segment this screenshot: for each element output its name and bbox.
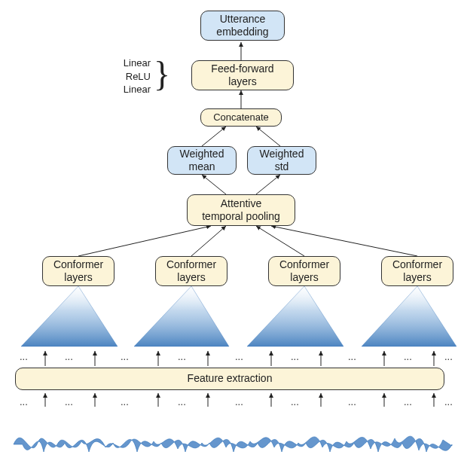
- feed-forward-label: Feed-forward layers: [211, 63, 273, 89]
- diagram-canvas: { "top": { "utterance_embedding": "Utter…: [0, 0, 461, 476]
- feature-extraction-box: Feature extraction: [15, 368, 444, 390]
- conformer-box-3: Conformer layers: [268, 256, 340, 286]
- dots-fe-0: ...: [20, 351, 28, 362]
- conformer-label-3: Conformer layers: [279, 258, 329, 285]
- svg-line-24: [202, 175, 226, 194]
- conformer-label-4: Conformer layers: [392, 258, 442, 285]
- conformer-label-1: Conformer layers: [53, 258, 103, 285]
- dots-wv-2: ...: [121, 396, 129, 407]
- svg-marker-3: [362, 286, 456, 346]
- svg-line-27: [256, 127, 280, 146]
- side-relu: ReLU: [114, 70, 151, 84]
- svg-line-26: [202, 127, 226, 146]
- dots-fe-1: ...: [65, 351, 73, 362]
- side-linear-1: Linear: [114, 56, 151, 70]
- utterance-embedding-box: Utterance embedding: [200, 11, 285, 41]
- svg-marker-1: [134, 286, 229, 346]
- feature-extraction-label: Feature extraction: [188, 372, 273, 386]
- pool-to-stats: [202, 175, 280, 194]
- svg-line-23: [271, 226, 417, 256]
- dots-wv-5: ...: [291, 396, 299, 407]
- svg-marker-2: [247, 286, 343, 346]
- utterance-embedding-label: Utterance embedding: [216, 13, 268, 39]
- conformer-box-4: Conformer layers: [381, 256, 453, 286]
- dots-fe-8: ...: [444, 351, 453, 362]
- stats-to-concat: [202, 127, 280, 146]
- attentive-pooling-box: Attentive temporal pooling: [187, 194, 295, 226]
- dots-fe-7: ...: [404, 351, 412, 362]
- conformer-label-2: Conformer layers: [166, 258, 216, 285]
- fan-triangles: [21, 286, 456, 346]
- svg-marker-0: [21, 286, 118, 346]
- dots-fe-3: ...: [178, 351, 186, 362]
- dots-wv-3: ...: [178, 396, 186, 407]
- conformer-box-1: Conformer layers: [42, 256, 114, 286]
- svg-line-21: [191, 226, 226, 256]
- weighted-std-box: Weighted std: [247, 146, 316, 175]
- dots-fe-5: ...: [291, 351, 299, 362]
- dots-fe-6: ...: [348, 351, 356, 362]
- conformer-box-2: Conformer layers: [155, 256, 227, 286]
- dots-fe-4: ...: [235, 351, 243, 362]
- dots-wv-0: ...: [20, 396, 28, 407]
- side-linear-2: Linear: [114, 83, 151, 96]
- weighted-mean-box: Weighted mean: [167, 146, 237, 175]
- dots-wv-8: ...: [444, 396, 453, 407]
- weighted-std-label: Weighted std: [260, 148, 304, 174]
- weighted-mean-label: Weighted mean: [180, 148, 224, 174]
- svg-line-20: [78, 226, 211, 256]
- concatenate-box: Concatenate: [200, 108, 282, 127]
- svg-line-22: [256, 226, 304, 256]
- dots-wv-4: ...: [235, 396, 243, 407]
- conformer-to-pool: [78, 226, 417, 256]
- dots-wv-1: ...: [65, 396, 73, 407]
- dots-wv-7: ...: [404, 396, 412, 407]
- svg-line-25: [256, 175, 280, 194]
- ff-side-labels: Linear ReLU Linear: [114, 56, 151, 96]
- feed-forward-box: Feed-forward layers: [191, 60, 294, 90]
- dots-wv-6: ...: [348, 396, 356, 407]
- curly-brace-icon: }: [154, 57, 170, 92]
- concatenate-label: Concatenate: [213, 111, 269, 124]
- attentive-pooling-label: Attentive temporal pooling: [202, 197, 280, 224]
- dots-fe-2: ...: [121, 351, 129, 362]
- waveform: [14, 436, 452, 452]
